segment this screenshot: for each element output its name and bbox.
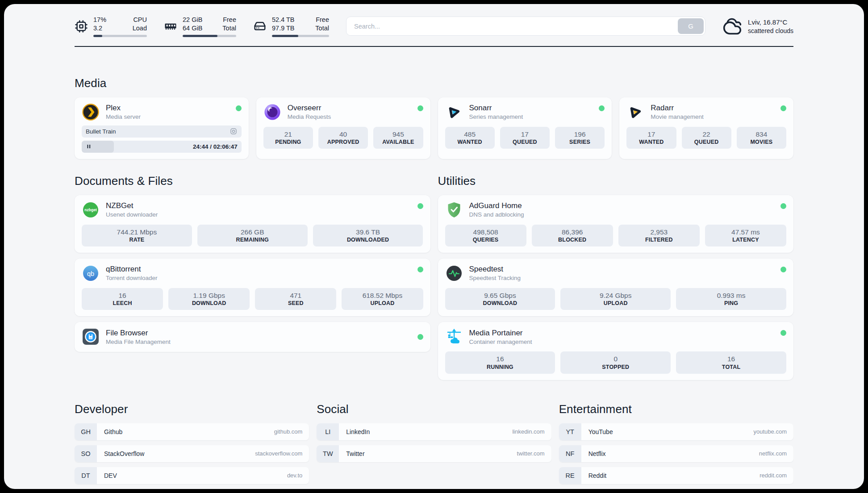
search-provider-button[interactable]: G [678,18,704,34]
stat-box: 2,953 FILTERED [618,225,700,246]
memory-free-value: 22 GiB [183,16,202,24]
bookmark-url: github.com [274,428,303,435]
section-title-media: Media [75,76,793,90]
service-card-radarr[interactable]: Radarr Movie management 17 WANTED 22 QUE… [619,97,793,159]
stat-box: 471 SEED [255,288,336,310]
status-badge-online [780,330,786,336]
service-card-speedtest[interactable]: Speedtest Speedtest Tracking 9.65 Gbps D… [438,259,794,316]
stat-box: 86,396 BLOCKED [532,225,613,246]
disk-icon [253,20,267,33]
service-card-portainer[interactable]: Media Portainer Container management 16 … [438,322,794,380]
search-input[interactable] [348,23,678,30]
memory-progress-fill [183,35,217,37]
weather-location-temp: Lviv, 16.87°C [748,18,793,27]
filebrowser-icon [82,328,100,346]
stat-box: 266 GB REMAINING [197,225,308,246]
disk-free-value: 52.4 TB [272,16,295,24]
session-view-button[interactable] [230,127,238,135]
status-badge-online [236,105,242,111]
bookmark-github[interactable]: GH Github github.com [75,423,309,440]
disk-free-label: Free [315,16,329,24]
cpu-load-value: 3.2 [93,24,106,33]
service-desc: DNS and adblocking [469,211,524,219]
section-documents: Documents & Files nzbget NZBGet Usenet d… [75,174,430,352]
svg-text:qb: qb [87,270,94,277]
service-name: File Browser [106,328,171,338]
cpu-load-label: Load [133,24,147,33]
overseerr-icon [263,103,281,121]
playback-time: 24:44 / 02:06:47 [193,143,238,150]
service-name: Plex [106,103,141,113]
disk-total-value: 97.9 TB [272,24,295,33]
service-card-sonarr[interactable]: Sonarr Series management 485 WANTED 17 Q… [438,97,612,159]
stat-box: 17 WANTED [626,127,676,149]
service-card-adguard[interactable]: AdGuard Home DNS and adblocking 498,508 … [438,195,794,253]
bookmark-name: StackOverflow [104,450,144,457]
memory-widget: 22 GiB 64 GiB Free Total [164,16,236,37]
stat-box: 16 LEECH [82,288,163,310]
stat-box: 834 MOVIES [737,127,786,149]
service-desc: Speedtest Tracking [469,274,521,282]
bookmark-abbr: RE [559,467,581,484]
service-name: qBittorrent [106,264,158,274]
stat-box: 744.21 Mbps RATE [82,225,192,246]
service-card-nzbget[interactable]: nzbget NZBGet Usenet downloader 744.21 M… [75,195,430,253]
session-view-icon [230,127,238,135]
pause-button[interactable] [86,143,92,150]
qbittorrent-icon: qb [82,264,100,282]
bookmark-linkedin[interactable]: LI LinkedIn linkedin.com [317,423,551,440]
nzbget-icon: nzbget [82,201,100,219]
bookmark-url: netflix.com [759,450,787,457]
bookmark-name: Reddit [588,472,606,479]
status-badge-online [417,267,423,272]
bookmark-url: linkedin.com [512,428,544,435]
now-playing-row: Bullet Train [82,125,242,138]
speedtest-icon [445,264,463,282]
bookmark-abbr: YT [559,423,581,440]
stat-box: 21 PENDING [263,127,313,149]
stat-box: 16 RUNNING [445,351,555,373]
stat-box: 485 WANTED [445,127,495,149]
section-title-entertainment: Entertainment [559,402,793,416]
bookmark-url: twitter.com [517,450,545,457]
service-card-filebrowser[interactable]: File Browser Media File Management [75,322,430,352]
stat-box: 498,508 QUERIES [445,225,526,246]
disk-widget: 52.4 TB 97.9 TB Free Total [253,16,329,37]
bookmark-netflix[interactable]: NF Netflix netflix.com [559,445,793,462]
memory-total-value: 64 GiB [183,24,202,33]
service-name: NZBGet [106,201,158,210]
memory-icon [164,20,177,33]
cpu-icon [75,20,88,33]
cpu-usage-label: CPU [133,16,147,24]
memory-free-label: Free [222,16,236,24]
weather-widget: Lviv, 16.87°C scattered clouds [722,17,793,36]
service-desc: Media server [106,113,141,121]
memory-progress-bar [183,35,236,37]
stat-box: 47.57 ms LATENCY [705,225,786,246]
bookmark-youtube[interactable]: YT YouTube youtube.com [559,423,793,440]
bookmark-group-social: Social LI LinkedIn linkedin.com TW Twitt… [317,402,551,462]
service-card-overseerr[interactable]: Overseerr Media Requests 21 PENDING 40 A… [256,97,430,159]
bookmark-group-developer: Developer GH Github github.com SO StackO… [75,402,309,484]
status-badge-online [417,203,423,209]
service-desc: Series management [469,113,523,121]
service-card-plex[interactable]: Plex Media server Bullet Train [75,97,249,159]
header-divider [75,46,793,47]
stat-box: 9.65 Gbps DOWNLOAD [445,288,555,310]
bookmark-dev[interactable]: DT DEV dev.to [75,467,309,484]
section-title-documents: Documents & Files [75,174,430,188]
service-name: Media Portainer [469,328,532,338]
service-desc: Media Requests [288,113,331,121]
service-desc: Container management [469,338,532,346]
service-card-qbittorrent[interactable]: qb qBittorrent Torrent downloader 16 [75,259,430,316]
bookmark-stackoverflow[interactable]: SO StackOverflow stackoverflow.com [75,445,309,462]
disk-progress-bar [272,35,329,37]
bookmark-reddit[interactable]: RE Reddit reddit.com [559,467,793,484]
portainer-icon [445,328,463,346]
disk-total-label: Total [315,24,329,33]
stat-box: 1.19 Gbps DOWNLOAD [168,288,250,310]
status-badge-online [780,267,786,272]
bookmark-twitter[interactable]: TW Twitter twitter.com [317,445,551,462]
cpu-progress-fill [93,35,102,37]
radarr-icon [626,103,644,121]
